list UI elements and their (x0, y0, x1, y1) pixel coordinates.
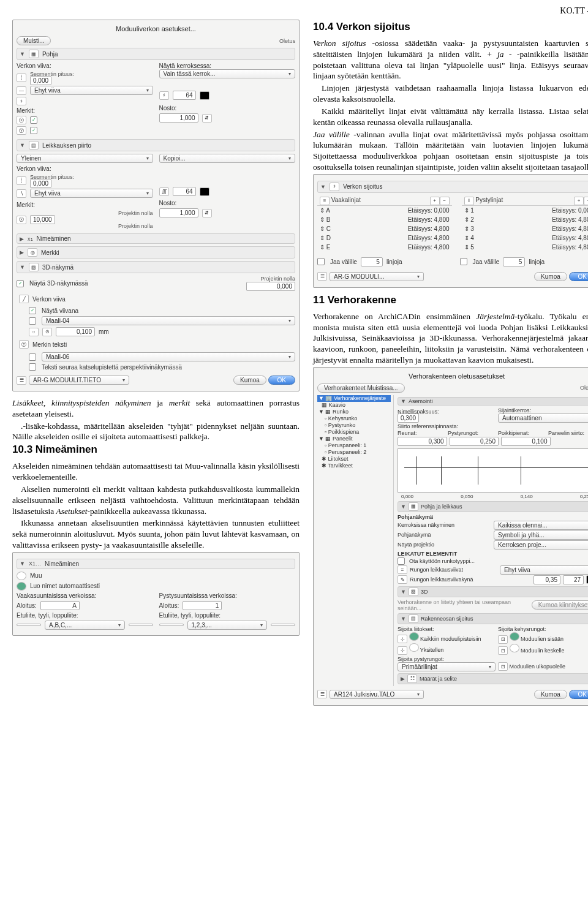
checkbox[interactable] (29, 363, 36, 371)
plus-button[interactable]: + (574, 197, 584, 205)
suffix-input[interactable] (129, 624, 153, 626)
checkbox[interactable] (398, 557, 405, 565)
ok-button[interactable]: OK (569, 272, 588, 281)
line-row[interactable]: ⇕ DEtäisyys: 4,800 (317, 233, 452, 243)
pen-icon[interactable]: ✎ (398, 575, 407, 584)
style-select[interactable]: A,B,C,... (45, 621, 125, 630)
count-input[interactable]: 5 (361, 257, 383, 266)
checkbox[interactable]: ✓ (30, 116, 37, 124)
minus-button[interactable]: − (440, 197, 450, 205)
nosto-input[interactable]: 1,000 (159, 113, 198, 123)
section-3d[interactable]: ▼ ▧ 3D-näkymä (17, 261, 295, 273)
checkbox[interactable] (460, 258, 467, 265)
section-verkon-sijoitus[interactable]: ▼ ♯ Verkon sijoitus (317, 181, 588, 193)
radio[interactable] (510, 632, 519, 641)
circle-icon[interactable]: ○ (29, 328, 39, 336)
select[interactable]: Automaattinen (498, 414, 588, 423)
material-select[interactable]: Maali-04 (42, 316, 295, 325)
line-row[interactable]: ⇕ 4Etäisyys: 4,800 (462, 233, 589, 243)
select[interactable]: Kaikissa olennai... (494, 521, 588, 530)
value-input[interactable]: 0,100 (56, 327, 95, 336)
pen-input[interactable]: 64 (173, 91, 196, 100)
segment-length-input[interactable]: 0,000 (30, 76, 51, 85)
sec-asemointi[interactable]: ▼Asemointi (398, 397, 588, 406)
tree-item[interactable]: ▫ Peruspaneeli: 2 (317, 449, 391, 456)
nosto-icon[interactable]: ⇵ (202, 114, 212, 123)
line-row[interactable]: ⇕ 1Etäisyys: 0,000 (462, 206, 589, 215)
cancel-button[interactable]: Kumoa (534, 690, 567, 699)
line-row[interactable]: ⇕ 3Etäisyys: 4,800 (462, 224, 589, 233)
suffix-input[interactable] (271, 624, 295, 626)
sec-pohja-leikkaus[interactable]: ▼▦Pohja ja leikkaus (398, 501, 588, 512)
memory-button[interactable]: Muisti... (17, 36, 51, 45)
grid-icon[interactable]: ♯ (17, 97, 26, 105)
section-leikkaus[interactable]: ▼ ▤ Leikkauksen piirto (17, 139, 295, 151)
select[interactable]: Symboli ja ylhä... (494, 531, 588, 540)
checkbox[interactable] (29, 317, 36, 325)
select[interactable]: Primäärilinjat (398, 662, 496, 671)
default-label[interactable]: Oletus (580, 385, 588, 391)
checkbox[interactable] (29, 353, 36, 361)
radio[interactable] (409, 632, 419, 641)
marker-icon[interactable]: ⓧ (17, 216, 26, 224)
section-nimeaminen[interactable]: ▼ X1… Nimeäminen (17, 559, 295, 569)
style-select[interactable]: 1,2,3,... (187, 621, 268, 630)
tube-icon[interactable]: ⊙ (42, 328, 52, 336)
line-row[interactable]: ⇕ 5Etäisyys: 4,800 (462, 243, 589, 252)
cancel-button[interactable]: Kumoa (233, 376, 266, 385)
line-style-select[interactable]: Ehyt viiva (30, 86, 153, 95)
input[interactable]: 27 (563, 575, 584, 584)
opt-icon[interactable]: ⊹ (398, 646, 407, 655)
section-nimeaminen[interactable]: ▶ x₁ Nimeäminen (17, 233, 295, 244)
line-row[interactable]: ⇕ 2Etäisyys: 4,800 (462, 215, 589, 224)
line-row[interactable]: ⇕ BEtäisyys: 4,800 (317, 215, 452, 224)
tree-item[interactable]: ▼ ▦ Runko (317, 409, 391, 415)
input[interactable]: 0,300 (398, 414, 419, 423)
kopioi-select[interactable]: Kopioi... (159, 154, 296, 163)
input[interactable]: 0,100 (501, 437, 551, 446)
line-row[interactable]: ⇕ CEtäisyys: 4,800 (317, 224, 452, 233)
floor-select[interactable]: Vain tässä kerrok... (159, 69, 296, 78)
input[interactable]: 0,35 (533, 575, 560, 584)
prefix-input[interactable] (17, 624, 41, 626)
sec-maarat[interactable]: ▶☷Määrät ja selite (398, 673, 588, 684)
tree-item[interactable]: ✱ Tarvikkeet (317, 463, 391, 469)
segment-length-input[interactable]: 0,000 (30, 179, 51, 188)
start-input[interactable]: 1 (183, 601, 222, 610)
marker-y-icon[interactable]: ⓨ (17, 126, 26, 135)
cancel-button[interactable]: Kumoa (534, 272, 567, 281)
nosto-input[interactable]: 1,000 (159, 208, 198, 217)
opt-icon[interactable]: ⊡ (498, 662, 508, 671)
sec-rakenneosan[interactable]: ▼▤Rakenneosan sijoitus (398, 613, 588, 624)
tree-item[interactable]: ▫ Poikkispiena (317, 429, 391, 436)
layer-select[interactable]: AR-G MODUULIT.TIETO (29, 376, 129, 385)
opt-icon[interactable]: ⊡ (498, 635, 508, 644)
line-type-icon[interactable]: ┊ (17, 176, 26, 185)
input[interactable]: 0,300 (398, 437, 447, 446)
pen-input[interactable]: 64 (173, 187, 196, 196)
line-row[interactable]: ⇕ EEtäisyys: 4,800 (317, 243, 452, 252)
color-swatch[interactable] (200, 187, 209, 196)
section-merkki[interactable]: ▶ ◎ Merkki (17, 246, 295, 259)
tree-item-selected[interactable]: ▼ 🏢 Verhorakennejärjeste (317, 395, 391, 402)
nosto-icon[interactable]: ⇵ (202, 209, 212, 217)
line-type-icon[interactable]: ┊ (17, 74, 26, 82)
line-icon[interactable]: ≡ (398, 565, 407, 574)
line-solid-icon[interactable]: — (17, 86, 26, 95)
yleinen-select[interactable]: Yleinen (17, 154, 153, 163)
tree-item[interactable]: ▼ ▦ Paneelit (317, 436, 391, 442)
marker-x-icon[interactable]: ⓧ (17, 116, 26, 124)
prefix-input[interactable] (159, 624, 184, 626)
radio[interactable] (409, 643, 419, 652)
layer-select[interactable]: AR-G MODUULI... (330, 272, 424, 281)
radio-selected[interactable] (17, 582, 26, 591)
grid-icon[interactable]: ♯ (159, 91, 169, 100)
grid-icon[interactable]: ∭ (159, 187, 169, 196)
minus-button[interactable]: − (584, 197, 588, 205)
checkbox[interactable]: ✓ (30, 127, 37, 134)
color-swatch[interactable] (200, 91, 209, 100)
tree-item[interactable]: ▦ Kaavio (317, 402, 391, 409)
layer-icon[interactable]: ☰ (17, 376, 26, 385)
count-input[interactable]: 5 (503, 257, 525, 266)
section-pohja[interactable]: ▼ ▦ Pohja (17, 48, 295, 60)
